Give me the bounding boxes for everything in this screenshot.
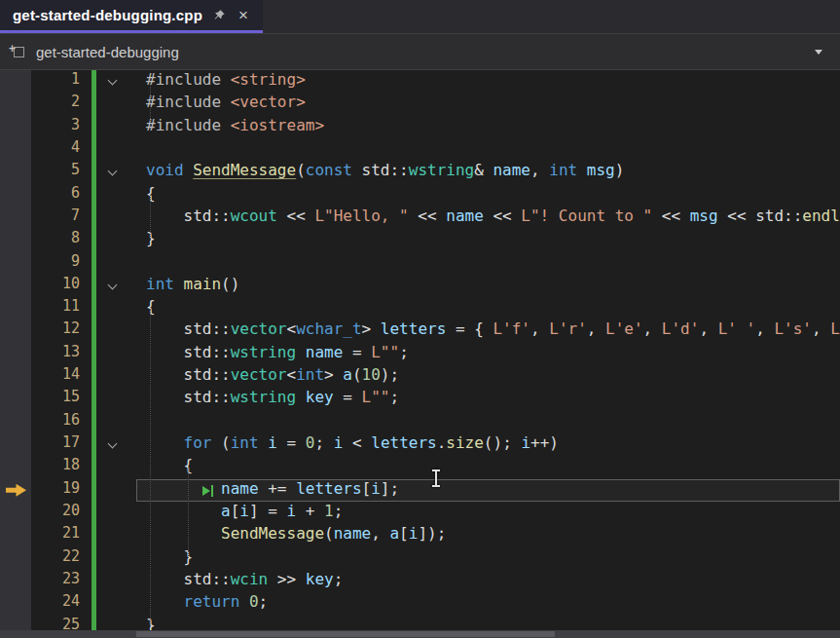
code-line[interactable]: { [136, 456, 840, 478]
line-number[interactable]: 14 [31, 365, 90, 388]
line-number[interactable]: 15 [31, 388, 90, 410]
line-number[interactable]: 22 [31, 547, 90, 570]
line-number[interactable]: 7 [31, 206, 90, 229]
line-number[interactable]: 21 [31, 524, 90, 546]
line-number[interactable]: 16 [31, 411, 90, 433]
breakpoint-margin-cell[interactable] [0, 319, 31, 342]
tab-get-started-debugging[interactable]: get-started-debugging.cpp × [0, 0, 263, 33]
horizontal-scrollbar[interactable] [0, 630, 840, 638]
line-number[interactable]: 10 [31, 275, 90, 297]
chevron-down-icon[interactable] [815, 50, 822, 55]
navigation-dropdown-value[interactable]: get-started-debugging [36, 44, 179, 60]
breakpoint-margin-cell[interactable] [0, 184, 31, 206]
breakpoint-margin-cell[interactable] [0, 297, 31, 319]
navigation-bar[interactable]: + get-started-debugging [0, 33, 840, 70]
line-number[interactable]: 4 [31, 138, 90, 161]
breakpoint-margin-cell[interactable] [0, 547, 31, 570]
code-token: << [277, 206, 315, 225]
breakpoint-margin-cell[interactable] [0, 502, 31, 524]
line-number[interactable]: 8 [31, 229, 90, 251]
breakpoint-margin-cell[interactable] [0, 116, 31, 138]
fold-margin-cell [90, 184, 136, 206]
code-line[interactable]: } [136, 229, 840, 251]
code-line[interactable]: std::wcin >> key; [136, 570, 840, 592]
line-number[interactable]: 3 [31, 116, 90, 138]
code-line[interactable]: return 0; [136, 592, 840, 615]
fold-margin-cell [90, 275, 136, 297]
code-line[interactable]: std::wstring key = L""; [136, 388, 840, 410]
code-line[interactable]: std::vector<wchar_t> letters = { L'f', L… [136, 319, 840, 342]
code-line[interactable]: } [136, 547, 840, 570]
fold-chevron-icon[interactable] [108, 76, 118, 86]
code-line[interactable]: void SendMessage(const std::wstring& nam… [136, 161, 840, 183]
breakpoint-margin-cell[interactable] [0, 138, 31, 161]
code-line[interactable]: #include <string> [136, 70, 840, 93]
fold-chevron-icon[interactable] [108, 280, 118, 289]
breakpoint-margin-cell[interactable] [0, 229, 31, 251]
breakpoint-margin-cell[interactable] [0, 70, 31, 93]
line-number[interactable]: 18 [31, 456, 90, 478]
line-number[interactable]: 24 [31, 592, 90, 615]
code-line[interactable]: for (int i = 0; i < letters.size(); i++) [136, 433, 840, 456]
line-number[interactable]: 17 [31, 433, 90, 456]
code-line[interactable]: SendMessage(name, a[i]); [136, 524, 840, 546]
code-line[interactable] [136, 138, 840, 161]
fold-margin-cell [90, 252, 136, 275]
breakpoint-margin-cell[interactable] [0, 365, 31, 388]
run-to-click-icon[interactable] [202, 484, 213, 497]
line-number[interactable]: 23 [31, 570, 90, 592]
code-line-row: 8} [0, 229, 840, 251]
line-number[interactable]: 6 [31, 184, 90, 206]
code-line[interactable]: std::wstring name = L""; [136, 343, 840, 365]
breakpoint-margin-cell[interactable] [0, 252, 31, 275]
code-editor[interactable]: 1#include <string>2#include <vector>3#in… [0, 70, 840, 638]
line-number[interactable]: 2 [31, 93, 90, 115]
code-token: name [493, 161, 530, 179]
line-number[interactable]: 20 [31, 502, 90, 524]
code-line[interactable] [136, 252, 840, 275]
line-number[interactable]: 19 [31, 479, 90, 502]
line-number[interactable]: 13 [31, 343, 90, 365]
pin-icon[interactable] [213, 9, 226, 21]
line-number[interactable]: 5 [31, 161, 90, 183]
line-number[interactable]: 9 [31, 252, 90, 275]
code-lines-container: 1#include <string>2#include <vector>3#in… [0, 70, 840, 638]
breakpoint-margin-cell[interactable] [0, 161, 31, 183]
code-token: <string> [231, 70, 306, 89]
line-number[interactable]: 1 [31, 70, 90, 93]
code-line[interactable] [136, 411, 840, 433]
code-token: wstring [231, 388, 296, 406]
code-line[interactable]: #include <vector> [136, 93, 840, 115]
code-line[interactable]: std::vector<int> a(10); [136, 365, 840, 388]
code-token: , [755, 319, 774, 338]
breakpoint-margin-cell[interactable] [0, 570, 31, 592]
breakpoint-margin-cell[interactable] [0, 206, 31, 229]
code-token: = [343, 343, 371, 361]
code-line[interactable]: a[i] = i + 1; [136, 502, 840, 524]
breakpoint-margin-cell[interactable] [0, 411, 31, 433]
code-line[interactable]: int main() [136, 275, 840, 297]
code-line-row: 9 [0, 252, 840, 275]
horizontal-scrollbar-thumb[interactable] [136, 631, 555, 637]
code-token: name [306, 343, 344, 361]
breakpoint-margin-cell[interactable] [0, 456, 31, 478]
fold-chevron-icon[interactable] [108, 439, 118, 449]
code-line[interactable]: { [136, 184, 840, 206]
breakpoint-margin-cell[interactable] [0, 343, 31, 365]
code-line[interactable]: #include <iostream> [136, 116, 840, 138]
line-number[interactable]: 12 [31, 319, 90, 342]
code-token: return [184, 592, 240, 611]
breakpoint-margin-cell[interactable] [0, 524, 31, 546]
code-line[interactable]: { [136, 297, 840, 319]
fold-chevron-icon[interactable] [108, 167, 118, 176]
breakpoint-margin-cell[interactable] [0, 93, 31, 115]
code-line[interactable]: name += letters[i]; [136, 479, 840, 502]
line-number[interactable]: 11 [31, 297, 90, 319]
code-line[interactable]: std::wcout << L"Hello, " << name << L"! … [136, 206, 840, 229]
close-icon[interactable]: × [237, 7, 250, 23]
breakpoint-margin-cell[interactable] [0, 275, 31, 297]
breakpoint-margin-cell[interactable] [0, 388, 31, 410]
breakpoint-margin-cell[interactable] [0, 592, 31, 615]
breakpoint-margin-cell[interactable] [0, 433, 31, 456]
fold-margin-cell [90, 502, 136, 524]
